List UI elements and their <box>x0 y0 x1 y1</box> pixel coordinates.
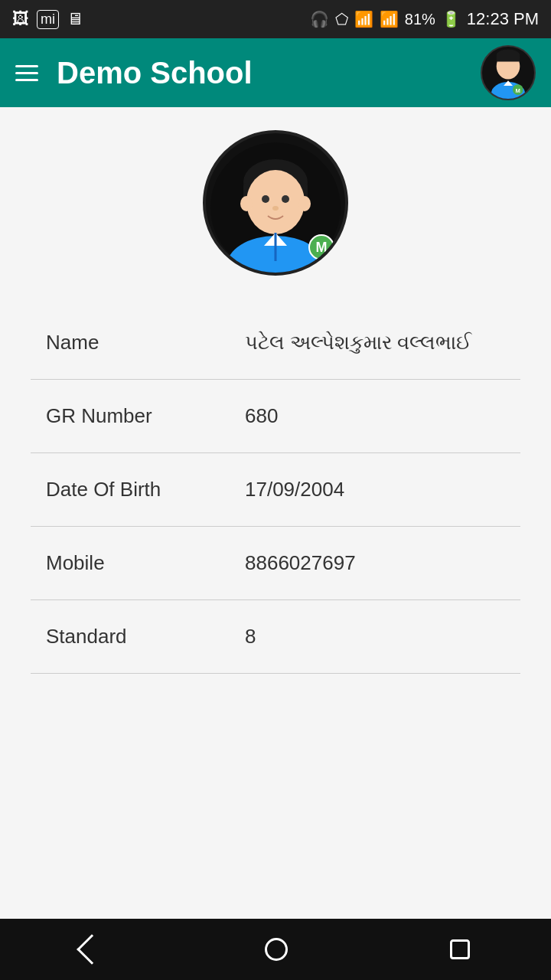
battery-icon: 🔋 <box>442 10 461 28</box>
app-bar: Demo School M <box>0 38 551 107</box>
standard-label: Standard <box>46 625 230 648</box>
table-row: GR Number 680 <box>31 380 520 453</box>
back-button[interactable] <box>58 931 126 968</box>
menu-button[interactable] <box>15 65 38 81</box>
headset-icon: 🎧 <box>310 10 329 28</box>
dob-label: Date Of Birth <box>46 478 230 501</box>
battery-percent: 81% <box>405 11 435 28</box>
table-row: Name પટેલ અલ્પેશકુમાર વલ્લભાઈ <box>31 306 520 380</box>
signal-icon: 📶 <box>380 10 399 28</box>
user-avatar-icon[interactable]: M <box>481 45 536 100</box>
time-display: 12:23 PM <box>467 9 539 29</box>
mi-icon: mi <box>37 10 59 29</box>
table-row: Date Of Birth 17/09/2004 <box>31 453 520 527</box>
bluetooth-icon: ⬠ <box>335 10 348 28</box>
table-row: Mobile 8866027697 <box>31 527 520 600</box>
profile-avatar-section: M <box>0 130 551 276</box>
gr-number-value: 680 <box>245 404 505 428</box>
mobile-value: 8866027697 <box>245 551 505 575</box>
profile-badge: M <box>308 234 334 260</box>
recent-apps-button[interactable] <box>427 932 493 967</box>
name-value: પટેલ અલ્પેશકુમાર વલ્લભાઈ <box>245 331 505 354</box>
status-right-info: 🎧 ⬠ 📶 📶 81% 🔋 12:23 PM <box>310 9 539 29</box>
svg-point-10 <box>246 170 305 234</box>
svg-rect-4 <box>497 55 520 62</box>
name-label: Name <box>46 331 230 354</box>
app-title: Demo School <box>57 56 462 90</box>
info-table: Name પટેલ અલ્પેશકુમાર વલ્લભાઈ GR Number … <box>0 306 551 674</box>
svg-point-15 <box>298 196 311 211</box>
bottom-navigation-bar <box>0 919 551 980</box>
status-bar: 🖼 mi 🖥 🎧 ⬠ 📶 📶 81% 🔋 12:23 PM <box>0 0 551 38</box>
svg-point-11 <box>262 195 269 203</box>
gr-number-label: GR Number <box>46 404 230 428</box>
display-icon: 🖥 <box>67 9 83 29</box>
table-row: Standard 8 <box>31 600 520 674</box>
svg-point-14 <box>240 196 253 211</box>
main-content: M Name પટેલ અલ્પેશકુમાર વલ્લભાઈ GR Numbe… <box>0 107 551 919</box>
image-icon: 🖼 <box>12 9 29 29</box>
status-left-icons: 🖼 mi 🖥 <box>12 9 83 29</box>
home-button[interactable] <box>242 930 311 969</box>
standard-value: 8 <box>245 625 505 648</box>
wifi-icon: 📶 <box>354 10 373 28</box>
mobile-label: Mobile <box>46 551 230 575</box>
dob-value: 17/09/2004 <box>245 478 505 501</box>
profile-avatar: M <box>203 130 348 276</box>
svg-point-12 <box>282 195 289 203</box>
svg-text:M: M <box>516 87 520 94</box>
svg-point-13 <box>272 206 279 211</box>
